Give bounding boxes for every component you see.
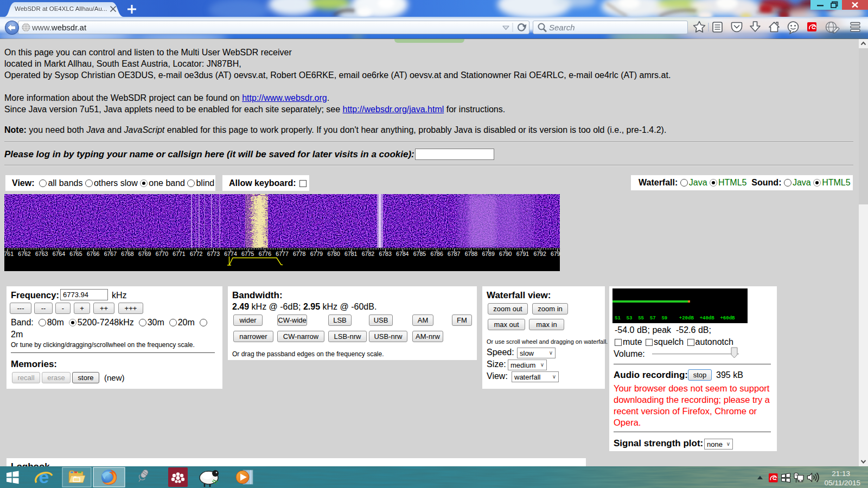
svg-text:6783: 6783 xyxy=(379,251,392,257)
svg-text:6763: 6763 xyxy=(35,251,48,257)
svg-text:6768: 6768 xyxy=(121,251,134,257)
svg-text:6777: 6777 xyxy=(276,251,289,257)
svg-text:6773: 6773 xyxy=(207,251,220,257)
svg-text:6767: 6767 xyxy=(104,251,117,257)
svg-text:6791: 6791 xyxy=(516,251,529,257)
svg-text:6762: 6762 xyxy=(18,251,31,257)
svg-text:6766: 6766 xyxy=(87,251,100,257)
svg-text:6792: 6792 xyxy=(533,251,546,257)
svg-text:6788: 6788 xyxy=(465,251,478,257)
svg-text:05/11/2015: 05/11/2015 xyxy=(824,479,860,487)
svg-text:6784: 6784 xyxy=(396,251,409,257)
svg-text:6782: 6782 xyxy=(362,251,375,257)
svg-text:6776: 6776 xyxy=(259,251,272,257)
svg-text:6764: 6764 xyxy=(53,251,66,257)
svg-text:6775: 6775 xyxy=(241,251,254,257)
svg-text:e: e xyxy=(39,466,49,487)
svg-text:6769: 6769 xyxy=(138,251,151,257)
svg-text:6761: 6761 xyxy=(4,251,14,257)
svg-text:6786: 6786 xyxy=(430,251,443,257)
svg-text:6789: 6789 xyxy=(482,251,495,257)
svg-text:6778: 6778 xyxy=(293,251,306,257)
svg-text:6772: 6772 xyxy=(190,251,203,257)
svg-text:6765: 6765 xyxy=(69,251,82,257)
svg-text:6771: 6771 xyxy=(173,251,186,257)
svg-text:6780: 6780 xyxy=(327,251,340,257)
svg-text:6770: 6770 xyxy=(156,251,169,257)
svg-text:6785: 6785 xyxy=(413,251,426,257)
svg-text:6793: 6793 xyxy=(551,251,560,257)
svg-text:6779: 6779 xyxy=(310,251,323,257)
svg-text:6790: 6790 xyxy=(499,251,512,257)
svg-text:21:13: 21:13 xyxy=(832,470,850,478)
svg-text:6781: 6781 xyxy=(344,251,358,257)
svg-text:6787: 6787 xyxy=(448,251,461,257)
svg-text:6774: 6774 xyxy=(224,251,237,257)
